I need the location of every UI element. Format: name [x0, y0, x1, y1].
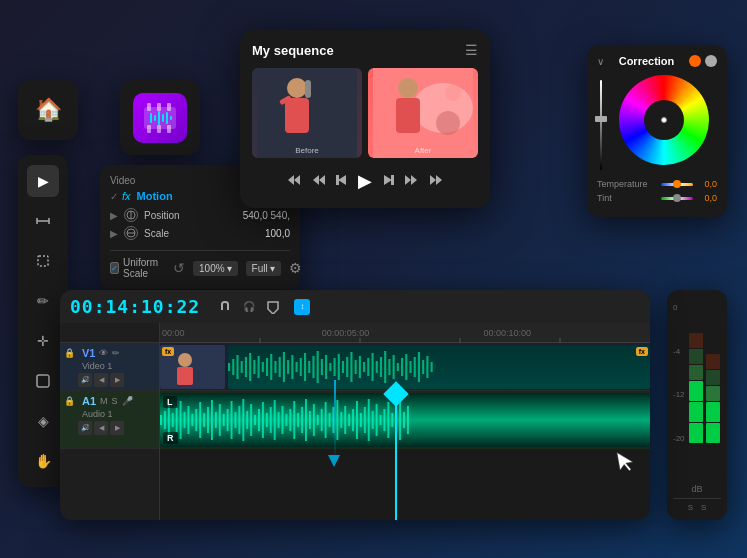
v1-prev-btn[interactable]: ◀ [94, 373, 108, 387]
svg-rect-166 [383, 409, 385, 431]
a1-track-content[interactable]: L R [160, 391, 650, 449]
fx-label: fx [122, 190, 131, 202]
timecode: 00:14:10:22 [70, 296, 200, 317]
select-tool-button[interactable]: ▶ [27, 165, 59, 197]
reset-icon[interactable]: ↺ [173, 260, 185, 276]
a1-mic-icon[interactable]: 🎤 [122, 396, 133, 406]
color-wheel[interactable] [619, 75, 709, 165]
timeline-btn-blue[interactable]: ↕ [294, 299, 310, 315]
video-thumbnail-clip[interactable]: fx [160, 345, 225, 389]
svg-rect-77 [300, 358, 302, 376]
percent-dropdown[interactable]: 100% ▾ [193, 261, 238, 276]
position-label: Position [144, 210, 180, 221]
tint-row: Tint 0,0 [597, 193, 717, 203]
svg-rect-150 [321, 409, 323, 431]
svg-rect-127 [231, 401, 233, 439]
fast-forward-button[interactable] [404, 173, 418, 190]
shape-tool-button[interactable] [27, 365, 59, 397]
magnet-icon[interactable] [216, 298, 234, 316]
go-to-end-button[interactable] [428, 173, 444, 190]
audio-waveform-track: L R [160, 393, 650, 447]
quality-dropdown[interactable]: Full ▾ [246, 261, 281, 276]
a1-prev-btn[interactable]: ◀ [94, 421, 108, 435]
svg-rect-119 [199, 402, 201, 438]
svg-rect-91 [359, 356, 361, 378]
vu-seg [706, 402, 720, 422]
ruler-left-spacer [60, 323, 160, 342]
vu-seg-red [689, 333, 703, 348]
position-icon [124, 208, 138, 222]
svg-rect-76 [296, 362, 298, 372]
crop-tool-button[interactable] [27, 245, 59, 277]
settings-icon[interactable]: ⚙ [289, 260, 302, 276]
svg-marker-37 [338, 175, 346, 185]
svg-rect-87 [342, 361, 344, 373]
svg-rect-109 [160, 415, 162, 425]
v1-next-btn[interactable]: ▶ [110, 373, 124, 387]
hand-tool-button[interactable]: ✋ [27, 445, 59, 477]
svg-rect-85 [334, 358, 336, 376]
svg-marker-34 [294, 175, 300, 185]
svg-marker-173 [617, 450, 634, 472]
audio-icon[interactable]: 🎧 [240, 298, 258, 316]
color-collapse-icon[interactable]: ∨ [597, 56, 604, 67]
home-panel[interactable]: 🏠 [18, 80, 78, 140]
svg-rect-12 [170, 116, 172, 120]
svg-rect-73 [283, 352, 285, 382]
vu-seg [689, 423, 703, 443]
v1-edit-icon[interactable]: ✏ [112, 348, 120, 358]
color-dot-orange [689, 55, 701, 67]
vu-seg [706, 370, 720, 385]
svg-rect-46 [227, 307, 229, 310]
svg-rect-128 [234, 412, 236, 428]
preview-controls: ▶ [252, 166, 478, 196]
a1-next-btn[interactable]: ▶ [110, 421, 124, 435]
tint-slider[interactable] [661, 197, 693, 200]
svg-rect-138 [274, 400, 276, 440]
v1-eye-icon[interactable]: 👁 [99, 348, 108, 358]
svg-rect-70 [270, 354, 272, 380]
v1-track-content[interactable]: fx [160, 343, 650, 391]
step-back-button[interactable] [336, 173, 348, 190]
playhead[interactable] [395, 393, 397, 520]
svg-rect-140 [282, 406, 284, 434]
temperature-slider[interactable] [661, 183, 693, 186]
play-button[interactable]: ▶ [358, 170, 372, 192]
svg-rect-3 [167, 103, 171, 111]
v1-volume-icon[interactable]: 🔊 [78, 373, 92, 387]
step-forward-button[interactable] [382, 173, 394, 190]
svg-rect-90 [355, 360, 357, 374]
svg-rect-120 [203, 413, 205, 427]
menu-icon[interactable]: ☰ [465, 42, 478, 58]
percent-value: 100% [199, 263, 225, 274]
svg-point-23 [287, 78, 307, 98]
svg-marker-39 [384, 175, 392, 185]
markers-icon[interactable] [264, 298, 282, 316]
a1-m-btn[interactable]: M [100, 396, 108, 406]
svg-rect-17 [37, 375, 49, 387]
svg-rect-84 [329, 363, 331, 371]
svg-rect-64 [245, 357, 247, 377]
move-tool-button[interactable]: ✛ [27, 325, 59, 357]
svg-rect-96 [380, 357, 382, 377]
quality-chevron: ▾ [270, 263, 275, 274]
trim-tool-button[interactable] [27, 205, 59, 237]
svg-rect-124 [219, 404, 221, 436]
temperature-label: Temperature [597, 179, 657, 189]
svg-rect-63 [241, 361, 243, 373]
erase-tool-button[interactable]: ◈ [27, 405, 59, 437]
svg-rect-7 [150, 113, 152, 123]
svg-rect-123 [215, 412, 217, 428]
preview-screens: Before After [252, 68, 478, 158]
svg-rect-56 [177, 367, 193, 385]
a1-vol-icon[interactable]: 🔊 [78, 421, 92, 435]
rewind-button[interactable] [312, 173, 326, 190]
uniform-scale-checkbox[interactable]: ✓ Uniform Scale [110, 257, 161, 279]
brightness-slider[interactable] [597, 80, 605, 170]
a1-s-btn[interactable]: S [112, 396, 118, 406]
pen-tool-button[interactable]: ✏ [27, 285, 59, 317]
vu-seg [689, 365, 703, 380]
svg-rect-67 [258, 356, 260, 378]
go-to-start-button[interactable] [286, 173, 302, 190]
video-fx-badge-left: fx [162, 347, 174, 356]
